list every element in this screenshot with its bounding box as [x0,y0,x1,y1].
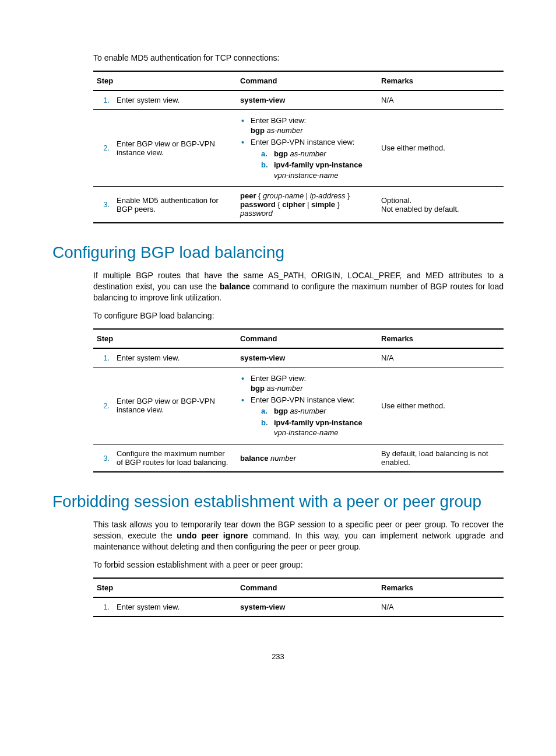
table-row: 3. Configure the maximum number of BGP r… [93,444,504,473]
cmd-italic: group-name [263,191,304,200]
step-remarks: N/A [378,90,504,110]
cmd-text: { [276,200,283,209]
step-desc: Enter BGP view or BGP-VPN instance view. [113,367,237,444]
cmd-text: } [335,200,340,209]
list-item: b. ipv4-family vpn-instance vpn-instance… [261,418,374,438]
step-command: system-view [237,597,378,617]
sub-letter: b. [261,160,268,170]
section-md5-auth: To enable MD5 authentication for TCP con… [93,52,504,223]
step-number: 1. [93,90,113,110]
table-md5-auth: Step Command Remarks 1. Enter system vie… [93,71,504,223]
cmd-italic: vpn-instance-name [274,428,339,437]
th-remarks: Remarks [378,578,504,597]
cmd-bold: peer [240,191,256,200]
step-desc: Enter BGP view or BGP-VPN instance view. [113,109,237,186]
step-remarks: Optional. Not enabled by default. [378,187,504,223]
cmd-text: system-view [240,96,285,104]
step-desc: Enable MD5 authentication for BGP peers. [113,187,237,223]
step-command: system-view [237,90,378,110]
remarks-line: Optional. [381,196,411,205]
remarks-line: Not enabled by default. [381,205,459,214]
list-item: Enter BGP view: bgp as-number [240,116,374,136]
sub-list: a. bgp as-number b. ipv4-family vpn-inst… [261,406,374,438]
list-item: b. ipv4-family vpn-instance vpn-instance… [261,160,374,180]
text-bold: balance [220,282,250,291]
cmd-text: system-view [240,354,285,362]
text-bold: undo peer ignore [177,531,248,540]
th-step: Step [93,329,237,348]
step-command: Enter BGP view: bgp as-number Enter BGP-… [237,109,378,186]
step-number: 1. [93,348,113,368]
paragraph: This task allows you to temporarily tear… [93,519,504,552]
step-number: 3. [93,444,113,473]
table-header-row: Step Command Remarks [93,71,504,90]
cmd-bold: bgp [251,384,265,393]
list-item: Enter BGP view: bgp as-number [240,373,374,394]
sub-letter: a. [261,406,268,416]
step-remarks: Use either method. [378,109,504,186]
cmd-text: | [304,191,310,200]
table-row: 1. Enter system view. system-view N/A [93,90,504,110]
bullet-list: Enter BGP view: bgp as-number Enter BGP-… [240,116,374,180]
bullet-text: Enter BGP view: [251,374,306,383]
step-number: 3. [93,187,113,223]
cmd-bold: ipv4-family vpn-instance [274,418,363,427]
step-command: peer { group-name | ip-address } passwor… [237,187,378,223]
list-item: a. bgp as-number [261,406,374,416]
step-number: 2. [93,109,113,186]
cmd-italic: as-number [290,407,326,415]
step-desc: Configure the maximum number of BGP rout… [113,444,237,473]
bullet-text: Enter BGP-VPN instance view: [251,138,354,146]
step-desc: Enter system view. [113,90,237,110]
section-load-balancing: If multiple BGP routes that have the sam… [93,270,504,473]
cmd-text: | [305,200,311,209]
cmd-bold: balance [240,454,268,463]
sub-letter: b. [261,418,268,428]
cmd-text: system-view [240,603,285,611]
cmd-bold: cipher [282,200,305,209]
step-remarks: By default, load balancing is not enable… [378,444,504,473]
cmd-bold: password [240,200,276,209]
list-item: Enter BGP-VPN instance view: a. bgp as-n… [240,137,374,180]
step-remarks: N/A [378,348,504,368]
table-row: 1. Enter system view. system-view N/A [93,597,504,617]
sub-letter: a. [261,149,268,159]
table-load-balancing: Step Command Remarks 1. Enter system vie… [93,328,504,473]
heading-load-balancing: Configuring BGP load balancing [52,243,504,262]
table-header-row: Step Command Remarks [93,329,504,348]
cmd-italic: password [240,209,273,218]
th-remarks: Remarks [378,71,504,90]
heading-forbid-session: Forbidding session establishment with a … [52,492,504,511]
cmd-bold: bgp [274,407,288,415]
th-command: Command [237,329,378,348]
cmd-bold: ipv4-family vpn-instance [274,160,363,169]
intro-text: To enable MD5 authentication for TCP con… [93,52,504,64]
cmd-italic: ip-address [310,191,346,200]
step-command: Enter BGP view: bgp as-number Enter BGP-… [237,367,378,444]
th-step: Step [93,578,237,597]
list-item: a. bgp as-number [261,149,374,159]
paragraph: To forbid session establishment with a p… [93,559,504,570]
cmd-italic: number [270,454,296,463]
cmd-text: } [345,191,350,200]
cmd-bold: bgp [251,126,265,135]
cmd-italic: as-number [290,149,326,158]
cmd-text: { [256,191,263,200]
table-row: 2. Enter BGP view or BGP-VPN instance vi… [93,109,504,186]
section-forbid-session: This task allows you to temporarily tear… [93,519,504,617]
table-row: 3. Enable MD5 authentication for BGP pee… [93,187,504,223]
table-header-row: Step Command Remarks [93,578,504,597]
bullet-text: Enter BGP-VPN instance view: [251,396,354,404]
th-step: Step [93,71,237,90]
table-row: 1. Enter system view. system-view N/A [93,348,504,368]
list-item: Enter BGP-VPN instance view: a. bgp as-n… [240,395,374,438]
th-command: Command [237,578,378,597]
step-desc: Enter system view. [113,348,237,368]
paragraph: If multiple BGP routes that have the sam… [93,270,504,303]
table-forbid-session: Step Command Remarks 1. Enter system vie… [93,578,504,617]
cmd-bold: bgp [274,149,288,158]
step-number: 1. [93,597,113,617]
cmd-italic: as-number [266,384,302,393]
cmd-bold: simple [311,200,335,209]
bullet-text: Enter BGP view: [251,116,306,125]
